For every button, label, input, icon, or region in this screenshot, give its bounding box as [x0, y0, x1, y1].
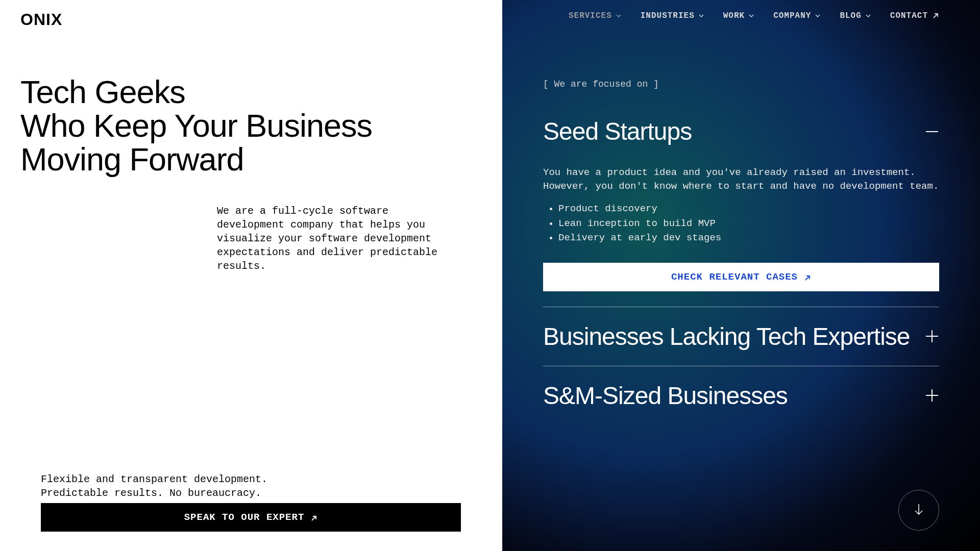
arrow-up-right-icon	[932, 12, 939, 19]
hero-title-line3: Moving Forward	[20, 141, 244, 177]
list-item: Lean inception to build MVP	[558, 217, 939, 231]
chevron-down-icon	[699, 13, 704, 18]
arrow-up-right-icon	[310, 514, 317, 521]
accordion-item-businesses-lacking-tech: Businesses Lacking Tech Expertise	[543, 322, 939, 366]
accordion-list: Product discovery Lean inception to buil…	[543, 202, 939, 245]
accordion-title: Seed Startups	[543, 117, 692, 145]
nav-work[interactable]: WORK	[723, 11, 754, 20]
chevron-down-icon	[749, 13, 754, 18]
chevron-down-icon	[866, 13, 871, 18]
arrow-up-right-icon	[804, 273, 811, 281]
cases-label: CHECK RELEVANT CASES	[671, 271, 798, 283]
tagline-line2: Predictable results. No bureaucracy.	[41, 487, 261, 499]
minus-icon	[925, 124, 939, 139]
accordion-body: You have a product idea and you've alrea…	[543, 166, 939, 291]
left-panel: ONIX Tech Geeks Who Keep Your Business M…	[0, 0, 502, 551]
accordion-header[interactable]: Seed Startups	[543, 117, 939, 145]
logo[interactable]: ONIX	[20, 10, 502, 29]
nav-company[interactable]: COMPANY	[773, 11, 820, 20]
hero-title-line1: Tech Geeks	[20, 74, 185, 110]
nav-contact[interactable]: CONTACT	[890, 11, 939, 20]
accordion-header[interactable]: S&M-Sized Businesses	[543, 382, 939, 410]
nav-blog[interactable]: BLOG	[840, 11, 870, 20]
right-panel: SERVICES INDUSTRIES WORK COMPANY BLOG CO…	[502, 0, 980, 551]
scroll-down-button[interactable]	[898, 490, 939, 531]
plus-icon	[925, 329, 939, 343]
arrow-down-icon	[913, 503, 924, 518]
nav-services[interactable]: SERVICES	[569, 11, 621, 20]
speak-to-expert-button[interactable]: SPEAK TO OUR EXPERT	[41, 503, 461, 532]
nav-label: WORK	[723, 11, 745, 20]
nav-label: SERVICES	[569, 11, 612, 20]
focused-label: [ We are focused on ]	[543, 79, 939, 89]
hero-tagline: Flexible and transparent development. Pr…	[41, 472, 267, 500]
plus-icon	[925, 388, 939, 403]
nav-label: INDUSTRIES	[641, 11, 695, 20]
accordion-item-seed-startups: Seed Startups You have a product idea an…	[543, 117, 939, 307]
cta-label: SPEAK TO OUR EXPERT	[184, 512, 305, 523]
main-nav: SERVICES INDUSTRIES WORK COMPANY BLOG CO…	[569, 11, 939, 20]
accordion-title: S&M-Sized Businesses	[543, 382, 788, 410]
accordion-header[interactable]: Businesses Lacking Tech Expertise	[543, 322, 939, 350]
accordion-text: You have a product idea and you've alrea…	[543, 166, 939, 193]
accordion-item-sm-businesses: S&M-Sized Businesses	[543, 382, 939, 425]
nav-label: COMPANY	[773, 11, 811, 20]
hero-description: We are a full-cycle software development…	[217, 204, 462, 273]
nav-label: CONTACT	[890, 11, 928, 20]
chevron-down-icon	[815, 13, 820, 18]
check-cases-button[interactable]: CHECK RELEVANT CASES	[543, 263, 939, 291]
hero-title: Tech Geeks Who Keep Your Business Moving…	[20, 75, 502, 176]
tagline-line1: Flexible and transparent development.	[41, 473, 267, 485]
accordion-title: Businesses Lacking Tech Expertise	[543, 322, 910, 350]
hero-title-line2: Who Keep Your Business	[20, 108, 372, 143]
accordion: Seed Startups You have a product idea an…	[543, 117, 939, 425]
nav-label: BLOG	[840, 11, 861, 20]
list-item: Delivery at early dev stages	[558, 231, 939, 245]
list-item: Product discovery	[558, 202, 939, 216]
nav-industries[interactable]: INDUSTRIES	[641, 11, 704, 20]
chevron-down-icon	[616, 13, 621, 18]
